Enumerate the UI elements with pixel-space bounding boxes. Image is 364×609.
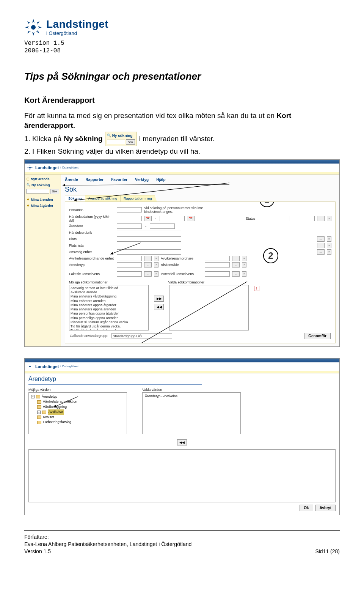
move-left-button[interactable]: ◀◀: [177, 439, 187, 445]
picker-button[interactable]: …: [232, 256, 240, 261]
ok-button[interactable]: Ok: [300, 505, 313, 511]
clear-button[interactable]: ×: [242, 271, 246, 277]
step2-suffix: väljer du vilken ärendetyp du vill ha.: [86, 146, 200, 157]
clear-button[interactable]: ×: [154, 271, 158, 277]
selected-value[interactable]: Ärendetyp - Avvikelse: [145, 394, 238, 398]
move-left-button[interactable]: ◀◀: [154, 304, 164, 310]
menu-item[interactable]: Hjälp: [156, 178, 165, 182]
picker-button[interactable]: …: [232, 262, 240, 268]
list-item[interactable]: Mina enheters ärenden: [71, 299, 147, 303]
step2-mid: Sökning: [58, 146, 84, 157]
picker-button[interactable]: …: [144, 271, 152, 277]
clear-button[interactable]: ×: [242, 256, 246, 261]
picker-button[interactable]: …: [317, 249, 325, 255]
tree-item[interactable]: Kvalitet: [43, 415, 54, 420]
menu-item[interactable]: Ärende: [65, 178, 78, 182]
app-brand-bar: Landstinget i Östergötland: [25, 362, 339, 371]
calendar-icon[interactable]: 📅: [187, 216, 195, 221]
sidebar-item-ny-sokning[interactable]: 🔍Ny sökning: [26, 182, 59, 188]
tree-item[interactable]: Vårdbeläggning: [43, 404, 67, 410]
move-right-button[interactable]: ▶▶: [154, 296, 164, 302]
valda-listbox[interactable]: [169, 285, 249, 330]
clear-button[interactable]: ×: [327, 216, 331, 221]
clear-button[interactable]: ×: [327, 236, 331, 242]
potentiell-input[interactable]: [205, 271, 230, 277]
menu-item[interactable]: Favoriter: [111, 178, 127, 182]
calendar-icon[interactable]: 📅: [144, 216, 152, 221]
avviksam-input[interactable]: [205, 256, 230, 261]
avvik-input[interactable]: [117, 256, 142, 261]
user-group-field[interactable]: Standardgrupp LiÖ: [111, 333, 172, 338]
list-item[interactable]: Mina enheters vårdbeläggning: [71, 294, 147, 299]
sidebar-label: Ny sökning: [31, 183, 50, 187]
menu-item[interactable]: Rapporter: [85, 178, 104, 182]
tree-item[interactable]: Vårdrelaterad infektion: [43, 399, 77, 404]
expand-icon[interactable]: +: [37, 411, 41, 414]
arendenr-from[interactable]: [117, 223, 142, 229]
list-item[interactable]: Tid för åtgärd utgår denna vecka.: [71, 324, 147, 329]
status-input[interactable]: [290, 216, 315, 221]
picker-button[interactable]: …: [317, 216, 325, 221]
mojliga-listbox[interactable]: Ansvarig person är inte tilldelad Avslut…: [69, 285, 149, 330]
rubrik-input[interactable]: [117, 230, 181, 235]
collapse-icon[interactable]: −: [31, 395, 35, 398]
date-to-input[interactable]: [160, 216, 185, 221]
sidebar-item-nytt-arende[interactable]: ▢Nytt ärende: [26, 176, 59, 182]
clear-button[interactable]: ×: [154, 262, 158, 268]
tab-avancerad[interactable]: Avancerad sökning: [85, 195, 121, 201]
risk-input[interactable]: [205, 262, 230, 268]
mini-label: Ny sökning: [112, 133, 133, 138]
menu-item[interactable]: Verktyg: [135, 178, 149, 182]
screenshot-sok-window: Landstinget i Östergötland ▢Nytt ärende …: [24, 159, 340, 347]
arendetyp-input[interactable]: [117, 262, 142, 268]
picker-button[interactable]: …: [317, 236, 325, 242]
ansvarig-input[interactable]: [117, 249, 181, 255]
picker-button[interactable]: …: [144, 262, 152, 268]
valda-box[interactable]: Ärendetyp - Avvikelse: [142, 392, 241, 434]
tree-root[interactable]: Ärendetyp: [42, 394, 57, 400]
list-item[interactable]: Mina enheters öppna åtgärder: [71, 303, 147, 307]
face-icon: ☻: [27, 204, 30, 207]
footer-rule: [24, 530, 340, 531]
picker-button[interactable]: …: [232, 271, 240, 277]
tree-item-selected[interactable]: Avvikelse: [48, 409, 64, 415]
faktisk-input[interactable]: [117, 271, 142, 277]
personnr-input[interactable]: [117, 207, 142, 212]
list-item[interactable]: Planerat slutdatum utgår denna vecka: [71, 320, 147, 324]
mini-search-input[interactable]: [107, 140, 125, 144]
alert-icon[interactable]: !: [254, 286, 259, 291]
sidebar-item-mina-arenden[interactable]: ☻Mina ärenden: [26, 197, 59, 203]
list-item[interactable]: Tid för åtgärd utgår nästa vecka.: [71, 329, 147, 330]
mini-search-button[interactable]: Sök: [126, 139, 135, 145]
clear-button[interactable]: ×: [327, 249, 331, 255]
sidebar-search-input[interactable]: [26, 189, 49, 194]
tree-item[interactable]: Förbättringsförslag: [43, 420, 71, 425]
lower-large-box[interactable]: [28, 449, 336, 502]
tab-sokning[interactable]: Sökning: [65, 195, 85, 201]
step1-bold: Ny sökning: [64, 134, 102, 145]
dialog-body: Ärendetyp Möjliga värden −Ärendetyp Vård…: [25, 373, 339, 515]
clear-button[interactable]: ×: [154, 256, 158, 261]
clear-button[interactable]: ×: [327, 243, 331, 248]
personnr-hint: Vid sökning på personnummer ska inte bin…: [144, 206, 205, 214]
label-mojliga-varden: Möjliga värden: [28, 388, 127, 392]
list-item[interactable]: Mina enheters öppna ärenden: [71, 307, 147, 312]
sidebar-item-mina-atgarder[interactable]: ☻Mina åtgärder: [26, 203, 59, 209]
list-item[interactable]: Mina personliga öppna ärenden: [71, 316, 147, 320]
sidebar-search-button[interactable]: Sök: [50, 189, 59, 194]
picker-button[interactable]: …: [317, 243, 325, 248]
list-item[interactable]: Avslutade ärende: [71, 290, 147, 294]
date-from-input[interactable]: [117, 216, 142, 221]
cancel-button[interactable]: Avbryt: [315, 505, 336, 511]
tab-rapport[interactable]: Rapportutformning: [120, 195, 155, 201]
clear-button[interactable]: ×: [242, 262, 246, 268]
platslista-input[interactable]: [117, 243, 181, 248]
genomfor-button[interactable]: Genomför: [304, 333, 331, 339]
plats-input[interactable]: [117, 236, 181, 242]
tree-mojliga[interactable]: −Ärendetyp Vårdrelaterad infektion Vårdb…: [28, 392, 127, 434]
folder-icon: [37, 405, 41, 409]
arendenr-to[interactable]: [150, 223, 175, 229]
list-item[interactable]: Mina personliga öppna åtgärder: [71, 312, 147, 316]
list-item[interactable]: Ansvarig person är inte tilldelad: [71, 286, 147, 290]
picker-button[interactable]: …: [144, 256, 152, 261]
